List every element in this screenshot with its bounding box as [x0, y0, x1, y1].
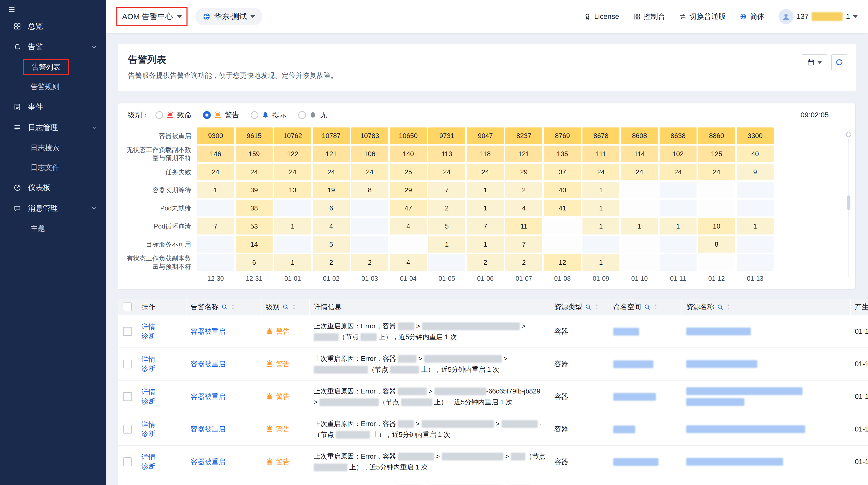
redacted-resource-link[interactable]	[686, 458, 783, 465]
search-icon[interactable]	[644, 303, 651, 311]
redacted-resource-link[interactable]	[686, 360, 757, 368]
sidebar-item-topics[interactable]: 主题	[0, 219, 106, 238]
detail-link[interactable]: 详情	[142, 355, 155, 363]
heatmap-cell[interactable]: 24	[466, 163, 505, 181]
heatmap-cell[interactable]: 1	[196, 181, 235, 199]
sidebar-item-log-files[interactable]: 日志文件	[0, 158, 106, 177]
heatmap-cell[interactable]: 9731	[428, 127, 466, 145]
sort-icon[interactable]	[292, 303, 296, 310]
heatmap-cell[interactable]	[659, 181, 697, 199]
calendar-button[interactable]	[802, 54, 827, 70]
heatmap-cell[interactable]	[350, 199, 389, 217]
heatmap-cell[interactable]: 29	[505, 163, 543, 181]
heatmap-cell[interactable]	[659, 199, 697, 217]
heatmap-cell[interactable]	[389, 235, 428, 253]
heatmap-cell[interactable]: 19	[312, 181, 350, 199]
heatmap-cell[interactable]: 12	[543, 253, 582, 271]
heatmap-cell[interactable]: 111	[582, 145, 620, 163]
heatmap-cell[interactable]: 10787	[312, 127, 350, 145]
sort-icon[interactable]	[231, 303, 235, 310]
redacted-resource-link[interactable]	[686, 387, 803, 395]
level-option[interactable]: 无	[298, 110, 327, 120]
heatmap-cell[interactable]: 8769	[543, 127, 582, 145]
heatmap-cell[interactable]: 2	[505, 181, 543, 199]
menu-icon[interactable]	[8, 6, 16, 13]
search-icon[interactable]	[221, 303, 228, 311]
heatmap-cell[interactable]: 8	[350, 181, 389, 199]
heatmap-cell[interactable]: 9615	[235, 127, 273, 145]
heatmap-cell[interactable]	[620, 181, 659, 199]
search-icon[interactable]	[282, 303, 289, 311]
heatmap-cell[interactable]	[582, 235, 620, 253]
row-checkbox[interactable]	[123, 360, 132, 368]
heatmap-cell[interactable]: 135	[543, 145, 582, 163]
heatmap-cell[interactable]: 7	[505, 235, 543, 253]
select-all-checkbox[interactable]	[123, 302, 132, 311]
heatmap-cell[interactable]: 39	[235, 181, 273, 199]
user-menu[interactable]: 137 1	[778, 9, 858, 24]
heatmap-cell[interactable]: 1	[582, 199, 620, 217]
heatmap-cell[interactable]	[543, 235, 582, 253]
heatmap-cell[interactable]	[659, 253, 697, 271]
diagnose-link[interactable]: 诊断	[142, 430, 155, 438]
heatmap-cell[interactable]: 37	[543, 163, 582, 181]
sidebar-item-alarm-list[interactable]: 告警列表	[0, 57, 106, 77]
detail-link[interactable]: 详情	[142, 453, 155, 461]
heatmap-cell[interactable]: 140	[389, 145, 428, 163]
heatmap-cell[interactable]	[428, 253, 466, 271]
sidebar-item-log-search[interactable]: 日志搜索	[0, 138, 106, 158]
heatmap-cell[interactable]: 11	[505, 217, 543, 235]
heatmap-cell[interactable]: 1	[582, 253, 620, 271]
heatmap-cell[interactable]: 8608	[620, 127, 659, 145]
heatmap-cell[interactable]: 146	[196, 145, 235, 163]
heatmap-cell[interactable]: 1	[466, 235, 505, 253]
heatmap-cell[interactable]	[196, 199, 235, 217]
heatmap-cell[interactable]: 159	[235, 145, 273, 163]
heatmap-cell[interactable]: 113	[428, 145, 466, 163]
heatmap-cell[interactable]: 4	[312, 217, 350, 235]
heatmap-cell[interactable]: 2	[466, 253, 505, 271]
heatmap-cell[interactable]: 24	[312, 163, 350, 181]
heatmap-cell[interactable]: 102	[659, 145, 697, 163]
sidebar-item-alarm[interactable]: 告警	[0, 37, 106, 57]
heatmap-cell[interactable]	[620, 235, 659, 253]
sort-icon[interactable]	[653, 303, 658, 310]
region-selector[interactable]: 华东-测试	[195, 8, 262, 25]
redacted-resource-link[interactable]	[686, 425, 805, 433]
heatmap-cell[interactable]: 25	[389, 163, 428, 181]
heatmap-cell[interactable]: 121	[505, 145, 543, 163]
level-option[interactable]: 提示	[251, 110, 287, 120]
heatmap-cell[interactable]	[350, 217, 389, 235]
heatmap-cell[interactable]: 2	[312, 253, 350, 271]
switch-version-link[interactable]: 切换普通版	[679, 12, 726, 22]
diagnose-link[interactable]: 诊断	[142, 332, 155, 340]
heatmap-cell[interactable]: 13	[273, 181, 312, 199]
heatmap-cell[interactable]: 6	[312, 199, 350, 217]
heatmap-cell[interactable]: 53	[235, 217, 273, 235]
heatmap-cell[interactable]: 7	[196, 217, 235, 235]
heatmap-cell[interactable]	[620, 199, 659, 217]
level-option[interactable]: 致命	[155, 110, 192, 120]
heatmap-cell[interactable]: 4	[389, 253, 428, 271]
redacted-namespace-link[interactable]	[613, 360, 653, 368]
console-link[interactable]: 控制台	[633, 12, 665, 22]
sidebar-item-log-management[interactable]: 日志管理	[0, 117, 106, 138]
heatmap-cell[interactable]: 8860	[697, 127, 736, 145]
redacted-namespace-link[interactable]	[613, 458, 658, 466]
search-icon[interactable]	[585, 303, 592, 311]
heatmap-cell[interactable]: 7	[428, 181, 466, 199]
heatmap-cell[interactable]: 2	[505, 253, 543, 271]
heatmap-cell[interactable]: 9	[736, 163, 774, 181]
detail-link[interactable]: 详情	[142, 421, 155, 428]
level-radio[interactable]	[298, 111, 306, 119]
app-selector-dropdown[interactable]: AOM 告警中心	[116, 7, 187, 26]
heatmap-cell[interactable]: 24	[350, 163, 389, 181]
heatmap-cell[interactable]: 1	[620, 217, 659, 235]
heatmap-cell[interactable]: 2	[350, 253, 389, 271]
level-radio[interactable]	[155, 111, 163, 119]
heatmap-cell[interactable]	[697, 181, 736, 199]
diagnose-link[interactable]: 诊断	[142, 397, 155, 405]
heatmap-cell[interactable]	[697, 253, 736, 271]
heatmap-cell[interactable]: 5	[312, 235, 350, 253]
heatmap-cell[interactable]: 114	[620, 145, 659, 163]
